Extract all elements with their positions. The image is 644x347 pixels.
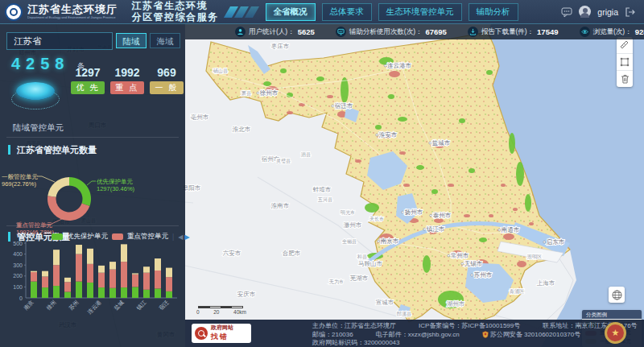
divider	[6, 225, 179, 226]
legend-swatch-green	[52, 233, 63, 240]
svg-text:500: 500	[13, 241, 23, 246]
svg-text:砀山县: 砀山县	[213, 68, 229, 74]
svg-text:合肥市: 合肥市	[283, 250, 301, 257]
svg-text:南京市: 南京市	[380, 238, 399, 245]
total-caption: 陆域管控单元	[13, 122, 64, 134]
site-title: 江苏省生态环境 分区管控综合服务	[132, 1, 219, 22]
svg-text:200: 200	[13, 273, 23, 279]
eye-icon	[580, 27, 590, 37]
svg-text:亳州市: 亳州市	[191, 114, 209, 121]
stat-page-views: 浏览量(次)： 92833	[580, 27, 644, 37]
download-icon	[468, 27, 478, 37]
svg-text:和县: 和县	[357, 254, 367, 259]
svg-text:淮北市: 淮北市	[233, 126, 251, 133]
svg-text:上海市: 上海市	[537, 279, 555, 287]
user-avatar[interactable]	[579, 6, 591, 18]
svg-text:盐城: 盐城	[113, 299, 125, 312]
donut-chart: 优先保护单元1297(30.46%)一般管控单元969(22.76%)重点管控单…	[0, 159, 185, 240]
footer-police-registration: 苏公网安备 32010602010370号	[482, 331, 604, 340]
stacked-bar-chart: 0100200300400500南京徐州苏州连云港盐城镇江宿迁	[0, 240, 185, 347]
svg-text:连云港市: 连云港市	[387, 62, 412, 69]
svg-text:全椒县: 全椒县	[342, 238, 357, 244]
main-nav: 全省概况 总体要求 生态环境管控单元 辅助分析	[266, 3, 518, 21]
tab-auxiliary-analysis[interactable]: 辅助分析	[469, 3, 518, 21]
svg-text:灵璧县: 灵璧县	[276, 158, 291, 164]
svg-text:宿迁市: 宿迁市	[335, 102, 353, 109]
magnifier-icon	[195, 327, 208, 340]
svg-text:宣城市: 宣城市	[376, 299, 394, 306]
svg-text:南京: 南京	[23, 299, 35, 312]
gov-site-emblem-icon	[605, 322, 626, 344]
svg-text:常州市: 常州市	[451, 252, 469, 259]
map-toolbar	[617, 37, 633, 87]
svg-text:无为市: 无为市	[329, 279, 345, 285]
tab-sea[interactable]: 海域	[150, 33, 180, 48]
chip-general: 969 一 般	[150, 66, 184, 94]
agency-logo-icon	[5, 3, 23, 21]
stat-analysis-uses: 辅助分析使用次数(次)： 67695	[336, 27, 447, 37]
divider	[6, 137, 179, 138]
svg-text:六安市: 六安市	[223, 250, 242, 257]
footer-icp: ICP备案编号：苏ICP备10001599号	[419, 322, 520, 331]
footer: 政府网站 找错 主办单位：江苏省生态环境厅 ICP备案编号：苏ICP备10001…	[185, 320, 644, 347]
delete-icon[interactable]	[617, 71, 633, 87]
scale-label: 40km	[233, 309, 246, 315]
svg-text:青浦区: 青浦区	[510, 288, 525, 295]
svg-text:萧县: 萧县	[242, 90, 251, 96]
stats-bar: 用户统计(人)： 5625 辅助分析使用次数(次)： 67695 报告下载量(件…	[185, 24, 644, 39]
decorative-stripes	[227, 6, 256, 18]
agency-name-block: 江苏省生态环境厅 Department of Ecology and Envir…	[27, 4, 126, 20]
svg-text:苏州: 苏州	[68, 299, 80, 312]
svg-text:镇江: 镇江	[134, 299, 147, 312]
svg-text:300: 300	[13, 262, 23, 268]
tab-land[interactable]: 陆域	[116, 33, 147, 48]
svg-text:泰州市: 泰州市	[433, 212, 452, 219]
scale-label: 0	[196, 309, 200, 315]
svg-text:徐州: 徐州	[45, 299, 57, 312]
user-icon	[235, 27, 246, 37]
basemap-globe-icon[interactable]	[609, 287, 625, 303]
radar-graphic	[11, 74, 60, 111]
tab-control-units[interactable]: 生态环境管控单元	[378, 3, 462, 21]
measure-distance-icon[interactable]	[617, 37, 633, 54]
analysis-icon	[336, 27, 346, 37]
tab-province-overview[interactable]: 全省概况	[266, 3, 316, 21]
svg-text:盐城市: 盐城市	[432, 139, 451, 147]
map-scale-bar: 0 20 40km	[198, 306, 246, 315]
svg-text:无锡市: 无锡市	[464, 260, 483, 267]
left-panel: 江苏省 陆域 海域 4258 条 1297 优 先 1992 重 点 969 一…	[0, 24, 185, 347]
svg-text:400: 400	[13, 251, 23, 257]
svg-text:1297(30.46%): 1297(30.46%)	[97, 185, 135, 192]
map-legend-title: 分类图例	[582, 310, 642, 319]
svg-text:阜阳市: 阜阳市	[183, 184, 201, 192]
svg-text:镇江市: 镇江市	[426, 225, 445, 233]
domain-tabs: 陆域 海域	[116, 33, 180, 48]
chip-key: 1992 重 点	[110, 66, 144, 94]
logout-icon[interactable]	[625, 6, 636, 18]
svg-text:天长市: 天长市	[369, 216, 385, 221]
stat-users: 用户统计(人)： 5625	[235, 27, 315, 37]
top-header: 江苏省生态环境厅 Department of Ecology and Envir…	[0, 0, 644, 24]
gov-site-error-report-badge[interactable]: 政府网站 找错	[192, 324, 251, 343]
region-select[interactable]: 江苏省	[6, 32, 113, 50]
svg-text:淮安市: 淮安市	[379, 131, 398, 138]
svg-text:安庆市: 安庆市	[237, 291, 256, 298]
message-icon[interactable]	[561, 6, 572, 18]
svg-text:滁州市: 滁州市	[344, 221, 362, 229]
svg-text:0: 0	[19, 295, 23, 301]
footer-info: 主办单位：江苏省生态环境厅 ICP备案编号：苏ICP备10001599号 联系地…	[312, 322, 644, 347]
footer-email: 电子邮件：xxzx@jshb.gov.cn	[376, 331, 460, 340]
svg-text:宿迁: 宿迁	[158, 299, 170, 312]
tab-overall-requirements[interactable]: 总体要求	[322, 3, 372, 21]
measure-area-icon[interactable]	[617, 54, 633, 71]
svg-text:启东市: 启东市	[547, 238, 565, 246]
svg-text:湖州市: 湖州市	[447, 300, 465, 308]
svg-text:连云港: 连云港	[86, 299, 102, 316]
svg-text:100: 100	[13, 284, 23, 290]
donut-section-title: 江苏省管控单元数量	[8, 145, 97, 155]
svg-text:崇明区: 崇明区	[527, 254, 543, 259]
total-units-count: 4258	[11, 55, 70, 73]
police-badge-icon	[482, 331, 489, 338]
footer-organizer: 主办单位：江苏省生态环境厅	[312, 322, 396, 331]
svg-text:969(22.76%): 969(22.76%)	[2, 180, 36, 188]
